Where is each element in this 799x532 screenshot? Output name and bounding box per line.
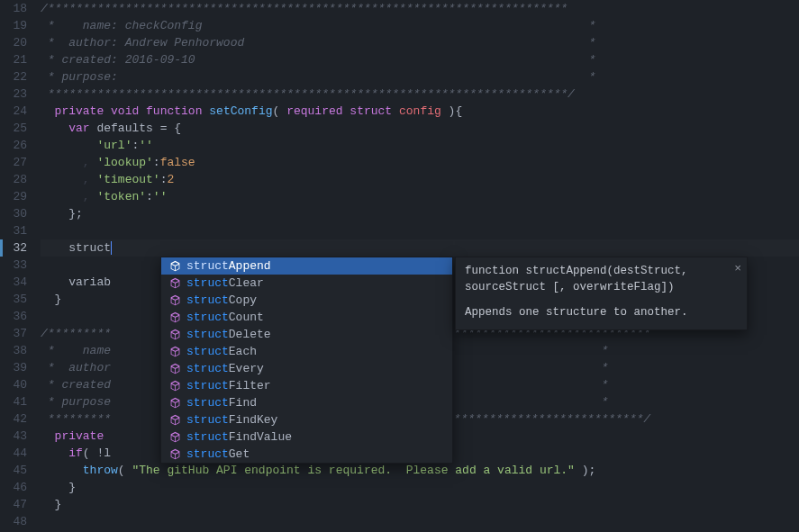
- cube-icon: [168, 448, 181, 461]
- code-line: * author: Andrew Penhorwood *: [41, 34, 799, 51]
- autocomplete-rest: FindValue: [229, 430, 292, 444]
- line-number: 47: [0, 496, 27, 513]
- autocomplete-rest: Append: [229, 259, 271, 273]
- autocomplete-match: struct: [186, 311, 229, 324]
- cube-icon: [168, 363, 181, 375]
- code-line: };: [41, 205, 799, 222]
- line-number: 43: [0, 428, 27, 445]
- autocomplete-item[interactable]: structDelete: [161, 326, 452, 343]
- autocomplete-match: struct: [186, 328, 229, 341]
- code-line: , 'token':'': [41, 188, 799, 205]
- line-number: 31: [0, 222, 27, 239]
- line-number: 18: [0, 0, 27, 17]
- autocomplete-rest: Clear: [229, 276, 264, 290]
- autocomplete-rest: FindKey: [229, 413, 278, 427]
- line-number: 44: [0, 445, 27, 462]
- line-number: 21: [0, 51, 27, 68]
- line-number: 36: [0, 308, 27, 325]
- line-number: 45: [0, 462, 27, 479]
- active-line-marker: [0, 239, 3, 257]
- autocomplete-rest: Filter: [229, 379, 271, 392]
- autocomplete-item[interactable]: structFind: [161, 394, 452, 411]
- close-icon[interactable]: ×: [734, 261, 741, 277]
- autocomplete-rest: Every: [229, 362, 264, 375]
- line-number: 33: [0, 257, 27, 274]
- line-number: 19: [0, 17, 27, 34]
- documentation-popup: × function structAppend(destStruct, sour…: [455, 257, 748, 330]
- line-number: 25: [0, 120, 27, 137]
- cube-icon: [168, 277, 181, 290]
- line-number: 23: [0, 86, 27, 103]
- cube-icon: [168, 414, 181, 427]
- line-number: 38: [0, 342, 27, 359]
- cube-icon: [168, 294, 181, 307]
- autocomplete-match: struct: [186, 276, 229, 290]
- code-line: }: [41, 479, 799, 496]
- line-number: 22: [0, 68, 27, 86]
- cube-icon: [168, 260, 181, 273]
- code-line: ****************************************…: [41, 86, 799, 103]
- cube-icon: [168, 329, 181, 341]
- code-line: * created: 2016-09-10 *: [41, 51, 799, 68]
- code-line: /***************************************…: [41, 0, 799, 17]
- autocomplete-rest: Each: [229, 345, 257, 358]
- code-line: , 'lookup':false: [41, 154, 799, 171]
- autocomplete-item[interactable]: structEach: [161, 343, 452, 360]
- line-number: 48: [0, 513, 27, 530]
- code-line: 'url':'': [41, 137, 799, 154]
- code-editor[interactable]: 1819202122232425262728293031323334353637…: [0, 0, 799, 532]
- code-line: [41, 513, 799, 530]
- current-line-highlight: [41, 239, 799, 257]
- cube-icon: [168, 431, 181, 444]
- line-number: 39: [0, 359, 27, 376]
- line-number: 37: [0, 325, 27, 342]
- autocomplete-match: struct: [186, 396, 229, 410]
- autocomplete-item[interactable]: structCopy: [161, 292, 452, 309]
- cube-icon: [168, 397, 181, 410]
- autocomplete-popup[interactable]: structAppendstructClearstructCopystructC…: [160, 257, 453, 464]
- line-number: 34: [0, 274, 27, 291]
- autocomplete-item[interactable]: structGet: [161, 446, 452, 463]
- line-number: 27: [0, 154, 27, 171]
- autocomplete-match: struct: [186, 413, 229, 427]
- cube-icon: [168, 346, 181, 358]
- cube-icon: [168, 380, 181, 392]
- line-number: 46: [0, 479, 27, 496]
- code-line: , 'timeout':2: [41, 171, 799, 188]
- autocomplete-match: struct: [186, 293, 229, 307]
- autocomplete-rest: Copy: [229, 293, 257, 307]
- code-line: * name: checkConfig *: [41, 17, 799, 34]
- autocomplete-item[interactable]: structClear: [161, 275, 452, 292]
- autocomplete-match: struct: [186, 379, 229, 392]
- doc-signature: function structAppend(destStruct, source…: [465, 263, 723, 295]
- line-number-gutter: 1819202122232425262728293031323334353637…: [0, 0, 41, 532]
- autocomplete-match: struct: [186, 430, 229, 444]
- autocomplete-match: struct: [186, 345, 229, 358]
- autocomplete-rest: Find: [229, 396, 257, 410]
- line-number: 41: [0, 393, 27, 410]
- autocomplete-match: struct: [186, 362, 229, 375]
- line-number: 42: [0, 410, 27, 428]
- code-line: * purpose: *: [41, 68, 799, 86]
- code-line: [41, 222, 799, 239]
- autocomplete-item[interactable]: structFilter: [161, 377, 452, 394]
- autocomplete-item[interactable]: structEvery: [161, 360, 452, 377]
- code-line: var defaults = {: [41, 120, 799, 137]
- autocomplete-rest: Count: [229, 311, 264, 324]
- autocomplete-match: struct: [186, 259, 229, 273]
- autocomplete-rest: Delete: [229, 328, 271, 341]
- line-number: 28: [0, 171, 27, 188]
- doc-description: Appends one structure to another.: [465, 304, 723, 320]
- line-number: 32: [0, 239, 27, 257]
- code-area[interactable]: /***************************************…: [41, 0, 799, 532]
- autocomplete-item[interactable]: structFindValue: [161, 428, 452, 446]
- line-number: 35: [0, 291, 27, 308]
- autocomplete-item[interactable]: structFindKey: [161, 411, 452, 428]
- autocomplete-item[interactable]: structCount: [161, 309, 452, 326]
- line-number: 40: [0, 376, 27, 393]
- line-number: 20: [0, 34, 27, 51]
- cube-icon: [168, 311, 181, 324]
- code-line: }: [41, 496, 799, 513]
- autocomplete-item[interactable]: structAppend: [161, 257, 452, 275]
- code-line: throw( "The gitHub API endpoint is requi…: [41, 462, 799, 479]
